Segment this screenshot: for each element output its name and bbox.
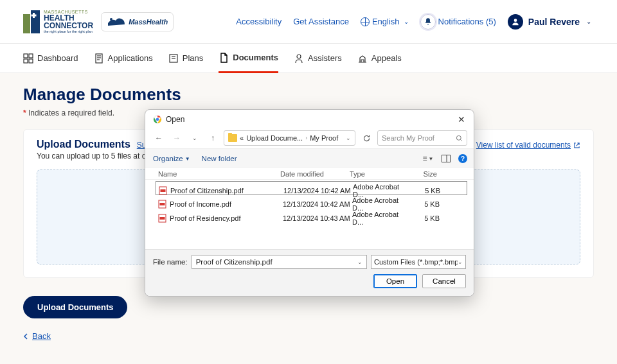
svg-rect-0 (23, 14, 30, 33)
nav-plans[interactable]: Plans (168, 44, 204, 73)
svg-rect-6 (24, 54, 28, 58)
masshealth-logo[interactable]: MassHealth (101, 12, 174, 31)
nav-documents[interactable]: Documents (219, 44, 278, 73)
search-placeholder: Search My Proof (382, 134, 434, 142)
user-menu[interactable]: Paul Revere ⌄ (508, 14, 591, 30)
nav-back-button[interactable]: ← (152, 131, 166, 145)
svg-point-4 (110, 18, 112, 21)
refresh-button[interactable] (359, 131, 373, 145)
appeals-icon (357, 53, 368, 64)
applications-icon (94, 53, 104, 64)
nav-label: Documents (233, 53, 278, 62)
file-type: Adobe Acrobat D... (352, 196, 407, 212)
dialog-toolbar: Organize ▼ New folder ≡ ▼ ? (145, 148, 474, 168)
main-nav: Dashboard Applications Plans Documents A… (0, 44, 617, 73)
header: MASSACHUSETTS HEALTH CONNECTOR the right… (0, 0, 617, 44)
cancel-button[interactable]: Cancel (422, 274, 466, 288)
file-type: Adobe Acrobat D... (352, 211, 407, 226)
filename-input[interactable]: Proof of Citizenship.pdf ⌄ (192, 255, 367, 269)
upload-documents-button[interactable]: Upload Documents (23, 296, 127, 318)
nav-applications[interactable]: Applications (94, 44, 153, 73)
language-label: English (372, 17, 400, 26)
user-name: Paul Revere (528, 17, 580, 27)
svg-point-5 (514, 19, 517, 22)
file-row[interactable]: Proof of Residency.pdf12/13/2024 10:43 A… (156, 209, 467, 223)
language-selector[interactable]: English ⌄ (361, 17, 409, 26)
svg-rect-21 (442, 155, 451, 162)
close-button[interactable]: ✕ (456, 114, 467, 125)
svg-rect-7 (29, 54, 33, 58)
hc-logo-icon (23, 10, 40, 33)
logo-line1: HEALTH (44, 14, 93, 22)
svg-rect-1 (31, 10, 40, 33)
chevron-down-icon: ⌄ (357, 259, 362, 265)
search-icon (456, 135, 463, 142)
pdf-icon (159, 186, 167, 195)
globe-icon (361, 17, 370, 26)
bell-icon (420, 14, 436, 30)
nav-up-button[interactable]: ↑ (206, 131, 220, 145)
external-link-icon (573, 142, 580, 149)
valid-documents-link[interactable]: View list of valid documents (476, 141, 580, 150)
file-list-header: Name Date modified Type Size (145, 168, 474, 180)
svg-point-20 (456, 135, 461, 140)
plans-icon (168, 53, 179, 64)
dialog-title: Open (166, 115, 184, 124)
svg-rect-8 (24, 59, 28, 63)
file-size: 5 KB (408, 187, 445, 195)
documents-icon (219, 53, 229, 63)
col-name[interactable]: Name (158, 170, 280, 178)
folder-icon (228, 134, 237, 142)
get-assistance-link[interactable]: Get Assistance (293, 17, 349, 26)
help-button[interactable]: ? (458, 154, 467, 163)
pdf-icon (158, 200, 166, 209)
chevron-right-icon: › (305, 135, 307, 141)
open-button[interactable]: Open (373, 274, 417, 288)
file-size: 5 KB (407, 214, 445, 222)
nav-forward-button[interactable]: → (170, 131, 184, 145)
file-row[interactable]: Proof of Citizenship.pdf12/13/2024 10:42… (156, 181, 467, 195)
chevron-down-icon: ⌄ (404, 18, 409, 25)
nav-appeals[interactable]: Appeals (357, 44, 402, 73)
filetype-select[interactable]: Custom Files (*.bmp;*.bmp;*. ⌄ (371, 255, 466, 269)
masshealth-icon (107, 14, 126, 30)
file-size: 5 KB (407, 200, 445, 208)
caret-down-icon: ▼ (185, 156, 190, 162)
svg-rect-10 (96, 54, 102, 63)
logo-line2: CONNECTOR (44, 22, 93, 30)
col-size[interactable]: Size (405, 170, 442, 178)
asterisk: * (23, 108, 26, 117)
filename-label: File name: (153, 258, 188, 266)
notifications-label: Notifications (5) (438, 17, 496, 26)
nav-dropdown-button[interactable]: ⌄ (188, 131, 202, 145)
svg-rect-9 (29, 59, 33, 63)
accessibility-link[interactable]: Accessibility (236, 17, 282, 26)
back-link[interactable]: Back (23, 331, 51, 341)
panel-title: Upload Documents (37, 139, 130, 150)
search-input[interactable]: Search My Proof (377, 130, 467, 146)
svg-rect-3 (31, 14, 37, 16)
file-row[interactable]: Proof of Income.pdf12/13/2024 10:42 AMAd… (156, 195, 467, 209)
dialog-navigation: ← → ⌄ ↑ « Upload Docume... › My Proof ⌄ … (145, 128, 474, 148)
nav-assisters[interactable]: Assisters (294, 44, 342, 73)
nav-label: Applications (108, 53, 153, 63)
new-folder-button[interactable]: New folder (202, 155, 237, 162)
svg-rect-28 (160, 217, 165, 220)
nav-dashboard[interactable]: Dashboard (23, 44, 78, 73)
file-date: 12/13/2024 10:43 AM (283, 214, 352, 222)
svg-point-19 (156, 118, 159, 121)
header-right: Accessibility Get Assistance English ⌄ N… (236, 14, 591, 30)
preview-pane-button[interactable] (440, 153, 452, 164)
path-bar[interactable]: « Upload Docume... › My Proof ⌄ (224, 130, 355, 146)
nav-label: Plans (183, 53, 204, 63)
col-type[interactable]: Type (350, 170, 405, 178)
health-connector-logo[interactable]: MASSACHUSETTS HEALTH CONNECTOR the right… (23, 10, 93, 34)
dialog-bottom: File name: Proof of Citizenship.pdf ⌄ Cu… (145, 249, 474, 296)
nav-label: Appeals (371, 53, 402, 63)
organize-menu[interactable]: Organize ▼ (153, 155, 190, 162)
nav-label: Dashboard (37, 53, 78, 63)
col-date[interactable]: Date modified (280, 170, 350, 178)
nav-label: Assisters (308, 53, 342, 63)
notifications-link[interactable]: Notifications (5) (420, 14, 496, 30)
view-options-button[interactable]: ≡ ▼ (422, 153, 434, 164)
